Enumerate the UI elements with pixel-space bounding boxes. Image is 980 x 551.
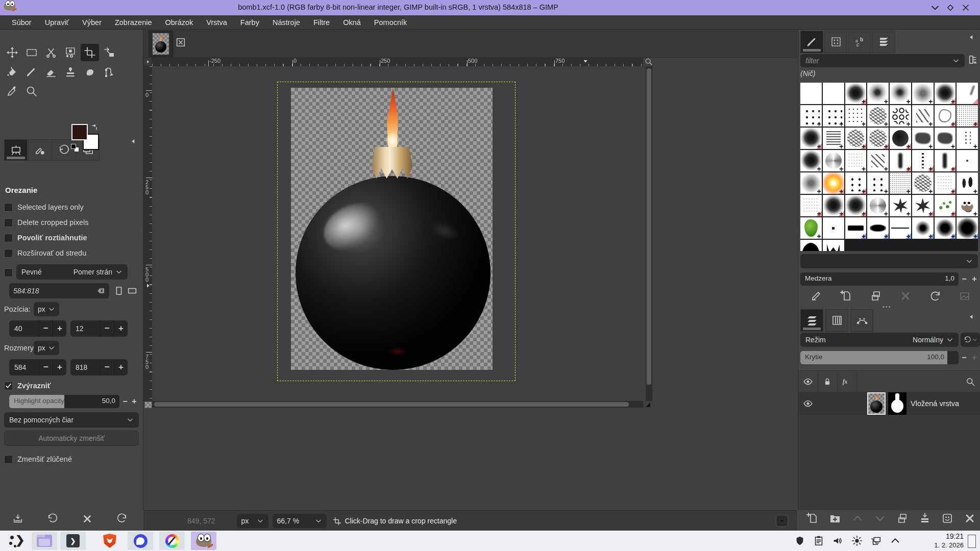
dock-splitter-handle[interactable]: [795, 226, 799, 237]
expand-chevron-icon[interactable]: [890, 535, 901, 546]
tab-paths[interactable]: [850, 309, 873, 332]
tool-clone[interactable]: [61, 63, 80, 81]
position-x-spinner[interactable]: 40 −+: [9, 320, 66, 337]
brightness-icon[interactable]: [851, 535, 863, 546]
default-colors-icon[interactable]: [71, 144, 76, 149]
brush-cell[interactable]: +: [800, 105, 822, 127]
refresh-brushes-icon[interactable]: [929, 290, 941, 302]
brush-cell[interactable]: +: [823, 105, 844, 127]
horizontal-scrollbar[interactable]: [152, 401, 643, 408]
statusbar-cancel-button[interactable]: [776, 515, 788, 527]
brush-cell[interactable]: +: [890, 105, 911, 127]
size-width-spinner[interactable]: 584 −+: [9, 359, 66, 375]
brush-cell[interactable]: +: [957, 217, 978, 239]
tab-gradients[interactable]: [872, 31, 895, 53]
taskbar-app-gimp[interactable]: [191, 532, 216, 550]
taskbar-app-file-manager[interactable]: [32, 532, 57, 550]
fixed-dropdown[interactable]: Pevné Pomer strán: [16, 264, 128, 280]
merge-down-icon[interactable]: [919, 512, 931, 524]
decrement-button[interactable]: −: [39, 320, 53, 337]
delete-preset-icon[interactable]: [82, 513, 93, 524]
taskbar-app-signal[interactable]: [128, 532, 153, 550]
edit-brush-icon[interactable]: [811, 290, 823, 302]
maximize-diamond-icon[interactable]: [945, 3, 955, 13]
brush-filter-input[interactable]: filter: [800, 54, 965, 67]
tool-paintbrush[interactable]: [22, 63, 41, 81]
guides-dropdown[interactable]: Bez pomocných čiar: [4, 412, 139, 428]
dock-menu-icon[interactable]: [968, 34, 975, 41]
brush-cell[interactable]: +: [935, 217, 956, 239]
brush-cell[interactable]: [957, 150, 978, 171]
vertical-scrollbar[interactable]: [646, 66, 652, 401]
tool-rectangle-select[interactable]: [22, 44, 41, 61]
minimize-chevron-icon[interactable]: [930, 3, 940, 13]
new-layer-icon[interactable]: [806, 512, 819, 524]
brush-cell[interactable]: +: [935, 150, 956, 171]
clear-icon[interactable]: [97, 287, 105, 295]
brush-cell[interactable]: +: [912, 217, 934, 239]
shrink-merged-checkbox[interactable]: [4, 455, 13, 464]
layer-thumbnail[interactable]: [867, 392, 886, 415]
brush-cell[interactable]: +: [957, 128, 978, 149]
tab-patterns[interactable]: [824, 31, 847, 53]
brush-cell[interactable]: +: [867, 150, 889, 171]
taskbar-app-terminal[interactable]: ❯: [60, 532, 86, 550]
brush-cell[interactable]: +: [845, 195, 867, 216]
tool-fuzzy-select[interactable]: [61, 44, 80, 61]
brush-cell[interactable]: +: [912, 150, 934, 171]
brush-cell[interactable]: +: [823, 195, 844, 216]
foreground-color-swatch[interactable]: [71, 124, 88, 140]
brush-cell[interactable]: +: [800, 150, 822, 171]
brush-cell[interactable]: +: [912, 172, 934, 194]
highlight-checkbox[interactable]: [4, 382, 13, 390]
save-preset-icon[interactable]: [12, 513, 23, 524]
position-unit-dropdown[interactable]: px: [34, 302, 59, 316]
tool-move[interactable]: [3, 44, 21, 61]
dock-menu-icon[interactable]: [130, 138, 137, 145]
delete-layer-icon[interactable]: [964, 512, 976, 524]
tool-color-picker[interactable]: [3, 83, 21, 100]
checkbox-roz-rova-od-stredu[interactable]: [4, 249, 13, 258]
tool-bucket-fill[interactable]: [3, 63, 21, 81]
size-height-spinner[interactable]: 818 −+: [70, 359, 128, 375]
reset-tool-icon[interactable]: [116, 513, 128, 524]
brush-cell[interactable]: [823, 217, 844, 239]
duplicate-brush-icon[interactable]: [870, 290, 882, 302]
volume-icon[interactable]: [832, 535, 843, 546]
layer-mask-thumbnail[interactable]: [888, 392, 906, 415]
tool-unified-transform[interactable]: [100, 44, 118, 61]
view-options-icon[interactable]: [968, 54, 979, 65]
tab-tool-presets[interactable]: [28, 139, 52, 161]
brush-cell[interactable]: [823, 240, 844, 251]
brush-cell[interactable]: +: [890, 128, 911, 149]
tool-crop[interactable]: [81, 44, 99, 61]
position-y-spinner[interactable]: 12 −+: [70, 320, 128, 337]
layer-mode-switch-button[interactable]: [961, 333, 980, 347]
taskbar-app-brave-browser[interactable]: [97, 532, 122, 550]
menu-vber[interactable]: Výber: [76, 16, 108, 29]
menu-upravi[interactable]: Upraviť: [38, 16, 76, 29]
brush-cell[interactable]: +: [867, 128, 889, 149]
portrait-orientation-icon[interactable]: [113, 285, 125, 297]
autoshrink-button[interactable]: Automaticky zmenšiť: [4, 431, 139, 446]
brush-cell[interactable]: +: [845, 150, 867, 171]
statusbar-unit-dropdown[interactable]: px: [237, 514, 268, 528]
brush-cell[interactable]: +: [890, 172, 911, 194]
lock-header-icon[interactable]: [823, 377, 832, 386]
brush-scroll-dropdown[interactable]: [800, 254, 978, 268]
tab-fonts[interactable]: abc: [848, 31, 871, 53]
checkbox-povoli-roztiahnutie[interactable]: [4, 234, 13, 242]
swap-colors-icon[interactable]: [90, 123, 99, 131]
decrement-button[interactable]: −: [100, 320, 114, 337]
canvas-viewport[interactable]: [152, 66, 643, 401]
brush-cell[interactable]: +: [912, 105, 934, 127]
taskbar-clock[interactable]: 19:21 1. 2. 2026: [934, 532, 964, 549]
brush-cell[interactable]: +: [800, 195, 822, 216]
layer-opacity-slider[interactable]: Krytie 100,0: [800, 351, 959, 364]
close-x-icon[interactable]: [961, 3, 971, 13]
brush-spacing-slider[interactable]: Medzera 1,0: [800, 272, 959, 286]
brush-cell[interactable]: +: [957, 105, 978, 127]
increment-button[interactable]: +: [114, 320, 128, 337]
decrement-button[interactable]: −: [100, 359, 114, 375]
checkbox-delete-cropped-pixels[interactable]: [4, 218, 13, 227]
